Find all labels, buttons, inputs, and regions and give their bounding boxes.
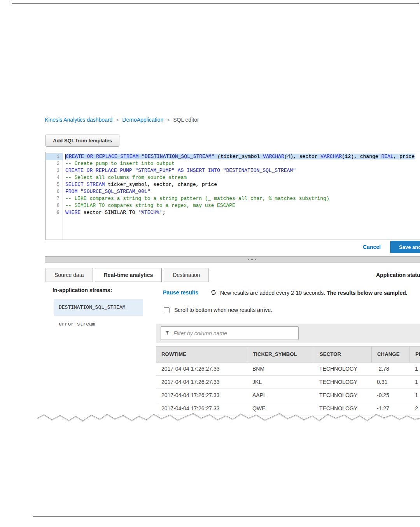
line-number: 8	[46, 202, 63, 209]
code-line: -- Select all columns from source stream	[65, 174, 420, 181]
table-cell: -0.25	[371, 389, 410, 402]
refresh-icon	[210, 289, 217, 296]
filter-input[interactable]	[173, 330, 294, 337]
line-number: 5	[46, 181, 63, 188]
cancel-button[interactable]: Cancel	[363, 244, 381, 250]
scroll-row: Scroll to bottom when new results arrive…	[164, 307, 272, 313]
code-line: FROM "SOURCE_SQL_STREAM_001"	[65, 188, 420, 195]
code-line: CREATE OR REPLACE STREAM "DESTINATION_SQ…	[65, 153, 420, 160]
tab-destination[interactable]: Destination	[164, 268, 209, 282]
stream-item[interactable]: DESTINATION_SQL_STREAM	[54, 299, 143, 316]
in-application-streams-heading: In-application streams:	[52, 287, 112, 293]
results-table: ROWTIMETICKER_SYMBOLSECTORCHANGEPRICE 20…	[156, 346, 420, 415]
code-line: CREATE OR REPLACE PUMP "STREAM_PUMP" AS …	[65, 167, 420, 174]
filter-toolbar	[156, 324, 420, 343]
table-cell: TECHNOLOGY	[314, 362, 371, 375]
table-cell: 1	[410, 376, 420, 389]
table-row: 2017-04-04 17:26:27.33BNMTECHNOLOGY-2.78…	[156, 362, 420, 376]
results-note-bold: The results below are sampled.	[327, 290, 408, 296]
tab-real-time-analytics[interactable]: Real-time analytics	[95, 268, 162, 282]
results-note: New results are added every 2-10 seconds…	[220, 290, 408, 296]
streams-list: DESTINATION_SQL_STREAMerror_stream	[54, 299, 143, 333]
table-cell: 2017-04-04 17:26:27.33	[156, 362, 247, 375]
code-line: -- SIMILAR TO compares string to a regex…	[65, 202, 420, 209]
line-number: 1	[46, 153, 63, 160]
table-cell: -2.78	[371, 362, 410, 375]
line-number: 6	[46, 188, 63, 195]
breadcrumb-item[interactable]: DemoApplication	[122, 117, 163, 123]
line-number: 9	[46, 209, 63, 216]
breadcrumb-separator: >	[116, 117, 119, 123]
column-header: PRICE	[410, 347, 420, 362]
table-cell: BNM	[247, 362, 314, 375]
breadcrumb-item: SQL editor	[173, 117, 199, 123]
line-number: 4	[46, 174, 63, 181]
scroll-to-bottom-checkbox[interactable]	[164, 307, 170, 313]
add-sql-from-templates-button[interactable]: Add SQL from templates	[46, 135, 119, 147]
line-number: 3	[46, 167, 63, 174]
column-header: CHANGE	[371, 347, 410, 362]
tab-source-data[interactable]: Source data	[46, 268, 93, 282]
line-number: 2	[46, 160, 63, 167]
code-line: -- LIKE compares a string to a string pa…	[65, 195, 420, 202]
line-number: 7	[46, 195, 63, 202]
table-cell: TECHNOLOGY	[314, 389, 371, 402]
table-header: ROWTIMETICKER_SYMBOLSECTORCHANGEPRICE	[156, 346, 420, 362]
table-cell: JKL	[247, 376, 314, 389]
splitter-grip-icon	[45, 257, 420, 262]
tab-bar: Source dataReal-time analyticsDestinatio…	[46, 268, 209, 282]
column-header: TICKER_SYMBOL	[247, 347, 314, 362]
table-cell: 2017-04-04 17:26:27.33	[156, 389, 247, 402]
scroll-checkbox-label: Scroll to bottom when new results arrive…	[174, 307, 272, 313]
table-cell: 2017-04-04 17:26:27.33	[156, 376, 247, 389]
filter-funnel-icon	[165, 330, 170, 337]
sql-editor[interactable]: 123456789 CREATE OR REPLACE STREAM "DEST…	[46, 152, 420, 240]
table-cell: AAPL	[247, 389, 314, 402]
save-and-run-sql-button[interactable]: Save and run SQL	[390, 241, 420, 253]
filter-box	[161, 326, 299, 340]
breadcrumb: Kinesis Analytics dashboard>DemoApplicat…	[45, 117, 199, 123]
code-line: SELECT STREAM ticker_symbol, sector, cha…	[65, 181, 420, 188]
table-cell: 1	[410, 362, 420, 375]
application-status-label: Application status	[376, 272, 420, 278]
results-note-regular: New results are added every 2-10 seconds…	[220, 290, 327, 296]
stream-item[interactable]: error_stream	[54, 316, 143, 333]
sql-editor-gutter: 123456789	[46, 152, 63, 240]
code-line: WHERE sector SIMILAR TO '%TECH%';	[65, 209, 420, 216]
column-header: SECTOR	[314, 347, 371, 362]
breadcrumb-separator: >	[167, 117, 170, 123]
table-cell: 1	[410, 389, 420, 402]
torn-edge	[37, 408, 420, 425]
column-header: ROWTIME	[156, 347, 247, 362]
table-row: 2017-04-04 17:26:27.33JKLTECHNOLOGY0.311	[156, 376, 420, 389]
table-row: 2017-04-04 17:26:27.33AAPLTECHNOLOGY-0.2…	[156, 389, 420, 402]
code-line: -- Create pump to insert into output	[65, 160, 420, 167]
table-cell: TECHNOLOGY	[314, 376, 371, 389]
page-rule-top	[12, 3, 419, 4]
pane-splitter[interactable]	[45, 256, 420, 263]
pause-results-link[interactable]: Pause results	[163, 289, 198, 296]
page-rule-bottom	[33, 516, 420, 516]
table-cell: 0.31	[371, 376, 410, 389]
breadcrumb-item[interactable]: Kinesis Analytics dashboard	[45, 117, 112, 123]
sql-editor-code[interactable]: CREATE OR REPLACE STREAM "DESTINATION_SQ…	[63, 152, 420, 240]
page: Kinesis Analytics dashboard>DemoApplicat…	[0, 0, 420, 527]
